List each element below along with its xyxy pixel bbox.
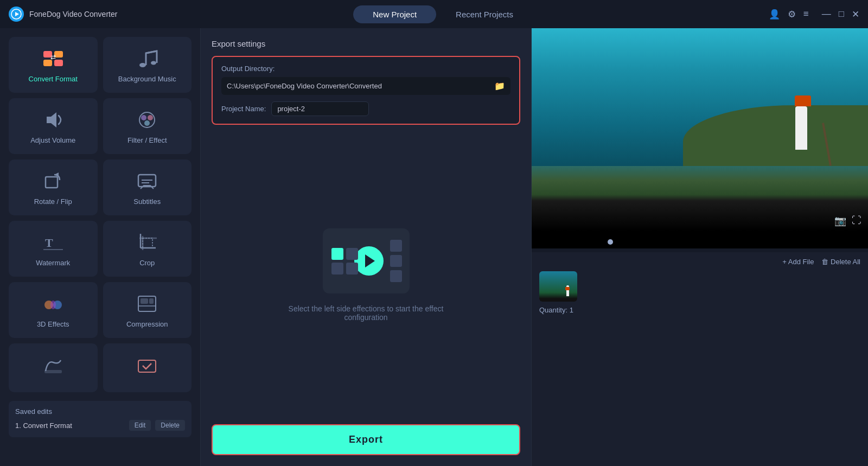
svg-rect-18 <box>43 249 63 250</box>
preview-overlay-controls: 📷 ⛶ <box>834 215 861 227</box>
export-button[interactable]: Export <box>212 424 520 455</box>
effect-placeholder: Select the left side effections to start… <box>212 135 520 416</box>
svg-rect-29 <box>149 298 154 304</box>
lighthouse-scene: 📷 ⛶ <box>532 28 868 231</box>
grid-cell-2 <box>346 248 358 260</box>
watermark-icon: T <box>41 231 65 254</box>
convert-format-label: Convert Format <box>29 75 78 83</box>
effect-grid-left <box>331 248 358 275</box>
main-layout: ⇄ Convert Format Background Music <box>0 28 868 466</box>
svg-rect-23 <box>143 238 152 248</box>
sidebar-item-12[interactable] <box>103 343 192 392</box>
rotate-flip-label: Rotate / Flip <box>34 197 72 206</box>
compression-icon <box>135 292 159 316</box>
saved-edits-section: Saved edits 1. Convert Format Edit Delet… <box>9 401 192 437</box>
file-list-area: + Add File 🗑 Delete All Quantity: 1 <box>532 252 868 466</box>
fullscreen-icon[interactable]: ⛶ <box>852 215 861 227</box>
sidebar-item-background-music[interactable]: Background Music <box>103 37 192 93</box>
quantity-label: Quantity: 1 <box>539 306 860 314</box>
project-name-label: Project Name: <box>221 105 266 113</box>
watermark-label: Watermark <box>36 259 70 267</box>
right-cell-2 <box>390 255 402 267</box>
effect-icon-area <box>323 228 410 293</box>
delete-all-button[interactable]: 🗑 Delete All <box>821 258 860 266</box>
output-dir-row: C:\Users\pc\FoneDog Video Converter\Conv… <box>221 77 510 95</box>
background-music-label: Background Music <box>118 75 176 83</box>
svg-point-12 <box>144 120 150 126</box>
effect-message: Select the left side effections to start… <box>289 304 444 322</box>
saved-edit-row: 1. Convert Format Edit Delete <box>15 420 185 431</box>
rotate-flip-icon <box>41 169 65 193</box>
sidebar-item-compression[interactable]: Compression <box>103 282 192 338</box>
titlebar-center: New Project Recent Projects <box>353 5 533 23</box>
project-name-input[interactable] <box>271 101 369 116</box>
titlebar-left: FoneDog Video Converter <box>9 7 117 22</box>
edit-button[interactable]: Edit <box>129 420 151 431</box>
file-list-header: + Add File 🗑 Delete All <box>539 258 860 266</box>
close-button[interactable]: ✕ <box>852 9 859 20</box>
subtitles-label: Subtitles <box>133 197 161 206</box>
item-11-icon <box>41 354 65 378</box>
sidebar-item-adjust-volume[interactable]: Adjust Volume <box>9 98 98 154</box>
svg-rect-32 <box>138 360 156 372</box>
sidebar-grid: ⇄ Convert Format Background Music <box>9 37 192 392</box>
svg-text:T: T <box>45 236 53 250</box>
sidebar-item-convert-format[interactable]: ⇄ Convert Format <box>9 37 98 93</box>
sidebar-item-crop[interactable]: Crop <box>103 221 192 277</box>
file-thumbnail[interactable] <box>539 271 577 302</box>
new-project-tab[interactable]: New Project <box>353 5 436 23</box>
grid-cell-1 <box>331 248 343 260</box>
adjust-volume-icon <box>41 108 65 132</box>
3d-effects-label: 3D Effects <box>37 320 69 328</box>
add-file-button[interactable]: + Add File <box>782 258 814 266</box>
sidebar: ⇄ Convert Format Background Music <box>0 28 201 466</box>
sidebar-item-subtitles[interactable]: Subtitles <box>103 159 192 215</box>
item-12-icon <box>135 354 159 378</box>
svg-point-8 <box>151 61 156 65</box>
subtitles-icon <box>135 169 159 193</box>
adjust-volume-label: Adjust Volume <box>30 136 75 144</box>
output-dir-path: C:\Users\pc\FoneDog Video Converter\Conv… <box>227 82 494 90</box>
project-name-row: Project Name: <box>221 101 510 116</box>
delete-button[interactable]: Delete <box>155 420 185 431</box>
svg-point-7 <box>139 63 146 67</box>
crop-label: Crop <box>139 259 155 267</box>
filter-effect-label: Filter / Effect <box>127 136 167 144</box>
lighthouse-top <box>795 95 811 106</box>
settings-icon[interactable]: ⚙ <box>788 9 796 20</box>
profile-icon[interactable]: 👤 <box>769 9 780 20</box>
background-music-icon <box>135 47 159 71</box>
app-title-text: FoneDog Video Converter <box>29 10 117 18</box>
sidebar-item-11[interactable] <box>9 343 98 392</box>
thumb-lighthouse-top <box>565 287 570 290</box>
titlebar-right: 👤 ⚙ ≡ — □ ✕ <box>769 9 859 20</box>
svg-point-11 <box>148 115 153 120</box>
compression-label: Compression <box>126 320 168 328</box>
3d-effects-icon <box>41 292 65 316</box>
center-panel: Export settings Output Directory: C:\Use… <box>201 28 532 466</box>
export-settings-box: Output Directory: C:\Users\pc\FoneDog Vi… <box>212 56 520 125</box>
video-preview: 📷 ⛶ <box>532 28 868 231</box>
saved-edit-name: 1. Convert Format <box>15 422 72 430</box>
svg-point-26 <box>50 301 56 309</box>
maximize-button[interactable]: □ <box>839 9 844 20</box>
preview-bottom-bar <box>532 231 868 248</box>
minimize-button[interactable]: — <box>822 9 831 20</box>
screenshot-icon[interactable]: 📷 <box>834 215 846 227</box>
progress-dot <box>608 239 613 245</box>
thumb-scene <box>539 271 577 302</box>
convert-format-icon: ⇄ <box>41 47 65 71</box>
menu-icon[interactable]: ≡ <box>803 9 809 20</box>
grid-cell-3 <box>331 263 343 275</box>
lighthouse-body <box>795 106 807 150</box>
sidebar-item-3d-effects[interactable]: 3D Effects <box>9 282 98 338</box>
sidebar-item-filter-effect[interactable]: Filter / Effect <box>103 98 192 154</box>
svg-rect-31 <box>44 370 62 373</box>
filter-effect-icon <box>135 108 159 132</box>
svg-rect-28 <box>141 298 148 304</box>
recent-projects-tab[interactable]: Recent Projects <box>436 5 533 23</box>
folder-icon[interactable]: 📁 <box>494 81 505 91</box>
app-logo <box>9 7 24 22</box>
sidebar-item-watermark[interactable]: T Watermark <box>9 221 98 277</box>
sidebar-item-rotate-flip[interactable]: Rotate / Flip <box>9 159 98 215</box>
